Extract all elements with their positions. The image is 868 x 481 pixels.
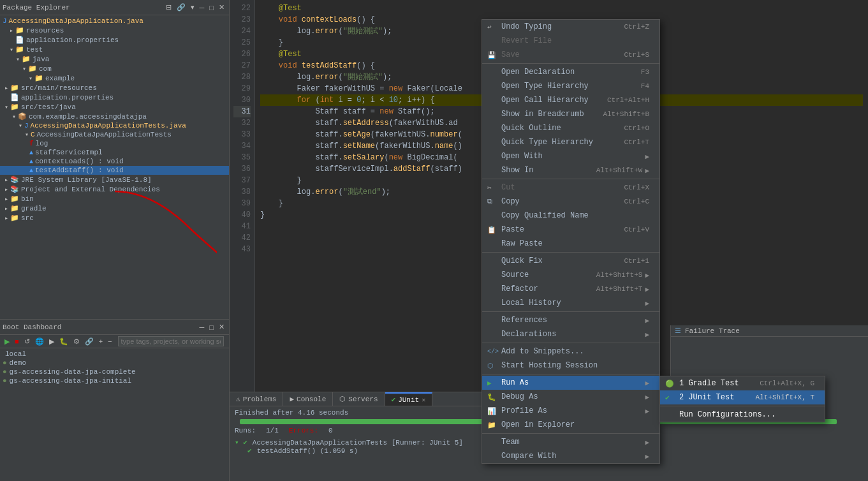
tree-item-app-props-1[interactable]: 📄 application.properties bbox=[0, 35, 229, 45]
tree-item-src[interactable]: ▸ 📁 src bbox=[0, 213, 229, 223]
test-suite-item[interactable]: ▾ ✔ AccessingDataJpaApplicationTests [Ru… bbox=[235, 438, 863, 447]
tree-item-testaddstaff[interactable]: ▲ testAddStaff() : void bbox=[0, 166, 229, 175]
tree-item-resources[interactable]: ▸ 📁 resources bbox=[0, 26, 229, 35]
boot-settings-button[interactable]: ⚙ bbox=[71, 337, 82, 346]
runs-label: Runs: bbox=[235, 427, 256, 434]
folder-icon: 📁 bbox=[15, 45, 24, 54]
method-icon: ▲ bbox=[29, 167, 33, 174]
tree-item-test[interactable]: ▾ 📁 test bbox=[0, 45, 229, 54]
tree-item-example[interactable]: ▾ 📁 example bbox=[0, 73, 229, 83]
tab-servers[interactable]: ⬡ Servers bbox=[333, 392, 385, 406]
tab-junit[interactable]: ✔ JUnit ✕ bbox=[385, 392, 433, 406]
tree-item-tests-class[interactable]: ▾ C AccessingDataJpaApplicationTests bbox=[0, 130, 229, 139]
tree-item-service[interactable]: ▲ staffServiceImpl bbox=[0, 148, 229, 157]
tree-item-src-main[interactable]: ▸ 📁 src/main/resources bbox=[0, 83, 229, 93]
tree-label: com bbox=[39, 65, 52, 73]
code-editor[interactable]: @Test void contextLoads() { log.error("開… bbox=[255, 0, 868, 392]
tab-bar: ⚠ Problems ▶ Console ⬡ Servers ✔ JUnit ✕ bbox=[230, 392, 868, 406]
java-icon: J bbox=[24, 122, 29, 130]
line-numbers: 22 23 24 25 26 27 28 29 30 31 32 33 34 3… bbox=[230, 0, 255, 392]
boot-start-button[interactable]: ▶ bbox=[3, 337, 11, 346]
tree-item-log[interactable]: f log bbox=[0, 139, 229, 148]
code-content: 22 23 24 25 26 27 28 29 30 31 32 33 34 3… bbox=[230, 0, 868, 392]
junit-close-icon[interactable]: ✕ bbox=[422, 396, 425, 404]
file-icon: 📄 bbox=[10, 93, 19, 101]
minimize-button[interactable]: ─ bbox=[198, 3, 207, 12]
boot-maximize-button[interactable]: □ bbox=[207, 322, 216, 332]
code-line-32: Staff staff = new Staff(); bbox=[260, 106, 863, 117]
boot-restart-button[interactable]: ↺ bbox=[22, 337, 32, 346]
code-line-35: staff.setName(fakerWithUS.name() bbox=[260, 140, 863, 152]
tree-arrow: ▸ bbox=[3, 205, 10, 212]
tree-arrow: ▸ bbox=[3, 84, 10, 92]
tab-console[interactable]: ▶ Console bbox=[283, 392, 333, 406]
main-layout: Package Explorer ⊟ 🔗 ▾ ─ □ ✕ J Accessing… bbox=[0, 0, 868, 481]
boot-toolbar: ▶ ■ ↺ 🌐 ▶ 🐛 ⚙ 🔗 + − bbox=[0, 335, 229, 348]
boot-close-button[interactable]: ✕ bbox=[217, 322, 226, 332]
boot-console-button[interactable]: ▶ bbox=[47, 337, 56, 346]
boot-item-initial[interactable]: ● gs-accessing-data-jpa-initial bbox=[3, 376, 226, 385]
tree-arrow: ▾ bbox=[27, 75, 34, 82]
tree-item-app-props-2[interactable]: 📄 application.properties bbox=[0, 93, 229, 102]
close-button[interactable]: ✕ bbox=[217, 3, 226, 12]
tree-item-contextloads[interactable]: ▲ contextLoads() : void bbox=[0, 157, 229, 166]
link-editor-button[interactable]: 🔗 bbox=[175, 3, 188, 12]
boot-debug-button[interactable]: 🐛 bbox=[57, 337, 70, 346]
deps-icon: 📚 bbox=[10, 185, 19, 193]
tree-item-java[interactable]: ▾ 📁 java bbox=[0, 54, 229, 64]
tree-label: AccessingDataJpaApplicationTests.java bbox=[31, 122, 186, 130]
code-line-42: } bbox=[260, 209, 863, 221]
tree-label: src/test/java bbox=[21, 103, 76, 111]
boot-add-button[interactable]: + bbox=[97, 337, 105, 346]
servers-icon: ⬡ bbox=[339, 395, 346, 403]
tree-item-package[interactable]: ▾ 📦 com.example.accessingdatajpa bbox=[0, 112, 229, 121]
boot-minimize-button[interactable]: ─ bbox=[198, 322, 207, 332]
bottom-content: Finished after 4.16 seconds Runs: 1/1 Er… bbox=[230, 406, 868, 481]
tree-item-tests-java[interactable]: ▾ J AccessingDataJpaApplicationTests.jav… bbox=[0, 121, 229, 130]
tree-item-jre[interactable]: ▸ 📚 JRE System Library [JavaSE-1.8] bbox=[0, 175, 229, 184]
boot-stop-button[interactable]: ■ bbox=[13, 337, 21, 346]
boot-content: local ● demo ● gs-accessing-data-jpa-com… bbox=[0, 348, 229, 447]
test-method-item[interactable]: ✔ testAddStaff() (1.059 s) bbox=[235, 447, 863, 455]
tree-item-src-test[interactable]: ▾ 📁 src/test/java bbox=[0, 102, 229, 112]
tree-item-com[interactable]: ▾ 📁 com bbox=[0, 64, 229, 73]
code-line-34: staff.setAge(fakerWithUS.number( bbox=[260, 129, 863, 140]
boot-remove-button[interactable]: − bbox=[106, 337, 114, 346]
run-info: Runs: 1/1 Errors: 0 bbox=[235, 426, 863, 436]
code-line-40: log.error("測試end"); bbox=[260, 186, 863, 198]
boot-link-button[interactable]: 🔗 bbox=[83, 337, 96, 346]
field-icon: f bbox=[29, 140, 34, 147]
status-dot: ● bbox=[3, 359, 7, 367]
test-method-icon: ✔ bbox=[247, 447, 252, 455]
local-label: local bbox=[3, 350, 226, 359]
tree-item-app-java[interactable]: J AccessingDataJpaApplication.java bbox=[0, 17, 229, 26]
tree-item-deps[interactable]: ▸ 📚 Project and External Dependencies bbox=[0, 184, 229, 194]
tab-problems-label: Problems bbox=[243, 396, 277, 403]
test-method-label: testAddStaff() (1.059 s) bbox=[257, 447, 358, 455]
test-suite-icon: ▾ ✔ bbox=[235, 438, 247, 447]
maximize-button[interactable]: □ bbox=[207, 3, 216, 12]
tree-item-bin[interactable]: ▸ 📁 bin bbox=[0, 194, 229, 204]
code-line-25: } bbox=[260, 37, 863, 48]
collapse-all-button[interactable]: ⊟ bbox=[164, 3, 173, 12]
field-icon: ▲ bbox=[29, 149, 33, 156]
view-menu-button[interactable]: ▾ bbox=[189, 3, 196, 12]
junit-status: Finished after 4.16 seconds bbox=[235, 409, 863, 417]
tab-problems[interactable]: ⚠ Problems bbox=[230, 392, 283, 406]
tab-junit-label: JUnit bbox=[398, 396, 419, 404]
tree-label: resources bbox=[26, 27, 64, 34]
tree-arrow: ▾ bbox=[23, 131, 31, 138]
code-line-36: staff.setSalary(new BigDecimal( bbox=[260, 152, 863, 163]
method-icon: ▲ bbox=[29, 158, 33, 165]
junit-icon: ✔ bbox=[392, 396, 396, 404]
test-tree: ▾ ✔ AccessingDataJpaApplicationTests [Ru… bbox=[235, 438, 863, 455]
tree-item-gradle[interactable]: ▸ 📁 gradle bbox=[0, 204, 229, 213]
tree-arrow: ▸ bbox=[3, 214, 10, 222]
boot-item-demo[interactable]: ● demo bbox=[3, 359, 226, 367]
tree-label: application.properties bbox=[26, 36, 119, 44]
boot-open-button[interactable]: 🌐 bbox=[33, 337, 46, 346]
boot-item-complete[interactable]: ● gs-accessing-data-jpa-complete bbox=[3, 367, 226, 376]
editor-area: 22 23 24 25 26 27 28 29 30 31 32 33 34 3… bbox=[230, 0, 868, 481]
boot-search-input[interactable] bbox=[118, 336, 224, 346]
tree-label: bin bbox=[21, 195, 34, 203]
